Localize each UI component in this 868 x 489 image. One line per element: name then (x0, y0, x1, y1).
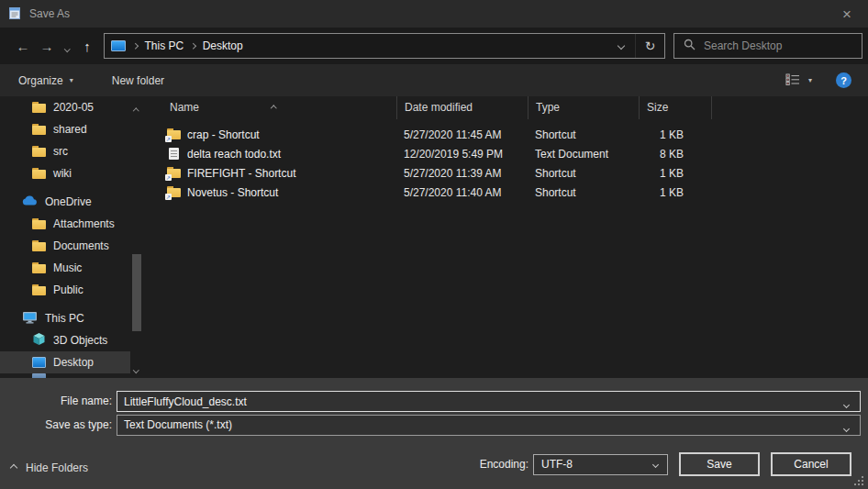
chevron-down-icon: ▾ (808, 76, 812, 84)
up-icon: ↑ (83, 39, 91, 54)
chevron-down-icon (652, 461, 659, 468)
file-type-cell: Shortcut (528, 167, 639, 180)
sidebar-item-attachments[interactable]: Attachments (0, 213, 130, 235)
file-name: crap - Shortcut (187, 128, 260, 141)
encoding-label: Encoding: (431, 454, 529, 475)
sidebar-item-label: 3D Objects (53, 334, 107, 347)
close-icon: × (842, 6, 851, 22)
search-icon (684, 39, 696, 53)
sidebar-item-label: shared (53, 123, 87, 136)
back-icon: ← (17, 39, 30, 54)
sidebar-item-label: src (53, 145, 68, 158)
folder-icon (32, 284, 46, 296)
sidebar-item-wiki[interactable]: wiki (0, 162, 130, 184)
sidebar-item-3d-objects[interactable]: 3D Objects (0, 329, 130, 351)
sidebar-item-public[interactable]: Public (0, 279, 130, 301)
chevron-down-icon[interactable] (844, 421, 849, 434)
desktop-location-icon (111, 40, 126, 51)
file-row[interactable]: delta reach todo.txt12/20/2019 5:49 PMTe… (147, 144, 868, 163)
breadcrumb-this-pc[interactable]: This PC (138, 39, 192, 52)
folder-icon (32, 146, 46, 158)
save-as-type-select[interactable]: Text Documents (*.txt) (117, 415, 861, 436)
shortcut-arrow-icon: ↗ (165, 136, 172, 142)
sidebar-items: 2020-05sharedsrcwikiOneDriveAttachmentsD… (0, 96, 130, 373)
file-date-cell: 5/27/2020 11:45 AM (396, 128, 528, 141)
sidebar-item-this-pc[interactable]: This PC (0, 307, 130, 329)
search-placeholder: Search Desktop (704, 39, 782, 52)
folder-icon (32, 262, 46, 274)
file-name-input[interactable] (117, 391, 861, 412)
file-row[interactable]: ↗FIREFIGHT - Shortcut5/27/2020 11:39 AMS… (147, 163, 868, 183)
folder-shortcut-icon: ↗ (167, 186, 181, 198)
title-bar[interactable]: Save As × (0, 0, 868, 28)
column-header-row: Name Date modified Type Size (147, 96, 868, 119)
save-button[interactable]: Save (679, 452, 760, 476)
folder-shortcut-icon: ↗ (167, 128, 181, 140)
onedrive-icon (22, 195, 38, 208)
file-name: Novetus - Shortcut (187, 186, 278, 199)
sidebar-item-onedrive[interactable]: OneDrive (0, 191, 130, 213)
file-date-cell: 12/20/2019 5:49 PM (396, 148, 528, 161)
breadcrumb-separator-icon (191, 44, 195, 49)
sidebar-item-2020-05[interactable]: 2020-05 (0, 96, 130, 118)
address-bar[interactable]: This PC Desktop ↻ (104, 33, 665, 59)
text-document-icon (169, 148, 179, 160)
up-button[interactable]: ↑ (75, 39, 99, 54)
breadcrumb-separator-icon (133, 44, 138, 49)
cancel-button[interactable]: Cancel (771, 452, 851, 476)
recent-locations-button[interactable] (59, 39, 75, 54)
breadcrumb-desktop[interactable]: Desktop (195, 39, 250, 52)
back-button[interactable]: ← (11, 39, 35, 54)
sidebar-scroll-down[interactable] (134, 361, 139, 374)
sidebar-item-music[interactable]: Music (0, 257, 130, 279)
file-size-cell: 1 KB (639, 128, 711, 141)
address-dropdown-button[interactable] (607, 34, 635, 58)
column-header-type[interactable]: Type (528, 96, 639, 119)
cancel-button-label: Cancel (794, 458, 828, 471)
file-date-cell: 5/27/2020 11:40 AM (396, 186, 528, 199)
file-name: FIREFIGHT - Shortcut (187, 167, 295, 180)
chevron-down-icon[interactable] (844, 397, 849, 410)
this-pc-icon (22, 311, 38, 327)
folder-icon (32, 168, 46, 180)
close-button[interactable]: × (826, 0, 868, 28)
sidebar-item-shared[interactable]: shared (0, 118, 130, 140)
resize-grip[interactable] (854, 476, 864, 486)
file-row[interactable]: ↗Novetus - Shortcut5/27/2020 11:40 AMSho… (147, 183, 868, 202)
file-name-cell: ↗Novetus - Shortcut (147, 186, 396, 199)
sidebar-item-documents[interactable]: Documents (0, 235, 130, 257)
file-type-cell: Text Document (528, 148, 639, 161)
shortcut-arrow-icon: ↗ (165, 194, 172, 200)
sidebar-scrollbar-thumb[interactable] (132, 254, 141, 331)
details-view-icon (785, 73, 800, 88)
folder-icon (32, 218, 46, 230)
search-box[interactable]: Search Desktop (673, 33, 862, 59)
file-size-cell: 8 KB (639, 148, 711, 161)
forward-icon: → (40, 39, 54, 54)
chevron-down-icon (64, 46, 70, 51)
file-browser: 2020-05sharedsrcwikiOneDriveAttachmentsD… (0, 96, 868, 378)
help-button[interactable]: ? (836, 72, 851, 88)
forward-button[interactable]: → (35, 39, 59, 54)
help-icon: ? (840, 75, 847, 86)
sidebar-item-desktop[interactable]: Desktop (0, 351, 130, 373)
save-as-dialog: Save As × ← → ↑ This PC Desktop ↻ Searc (0, 0, 868, 489)
navigation-bar: ← → ↑ This PC Desktop ↻ Search Desktop (0, 28, 868, 64)
file-date-cell: 5/27/2020 11:39 AM (396, 167, 528, 180)
organize-button[interactable]: Organize ▾ (9, 74, 83, 87)
refresh-button[interactable]: ↻ (635, 34, 664, 58)
sidebar-item-label: 2020-05 (53, 101, 94, 114)
encoding-select[interactable]: UTF-8 (533, 454, 668, 475)
new-folder-button[interactable]: New folder (103, 74, 173, 87)
column-header-size[interactable]: Size (639, 96, 711, 119)
sidebar-item-label: wiki (53, 167, 72, 180)
hide-folders-label: Hide Folders (26, 461, 88, 474)
command-toolbar: Organize ▾ New folder (0, 64, 868, 96)
change-view-button[interactable]: ▾ (785, 73, 812, 88)
sidebar-scroll-up[interactable] (134, 103, 139, 116)
sidebar-item-src[interactable]: src (0, 140, 130, 162)
refresh-icon: ↻ (645, 39, 656, 53)
hide-folders-button[interactable]: Hide Folders (11, 459, 88, 477)
file-row[interactable]: ↗crap - Shortcut5/27/2020 11:45 AMShortc… (147, 125, 868, 144)
column-header-date-modified[interactable]: Date modified (396, 96, 528, 119)
